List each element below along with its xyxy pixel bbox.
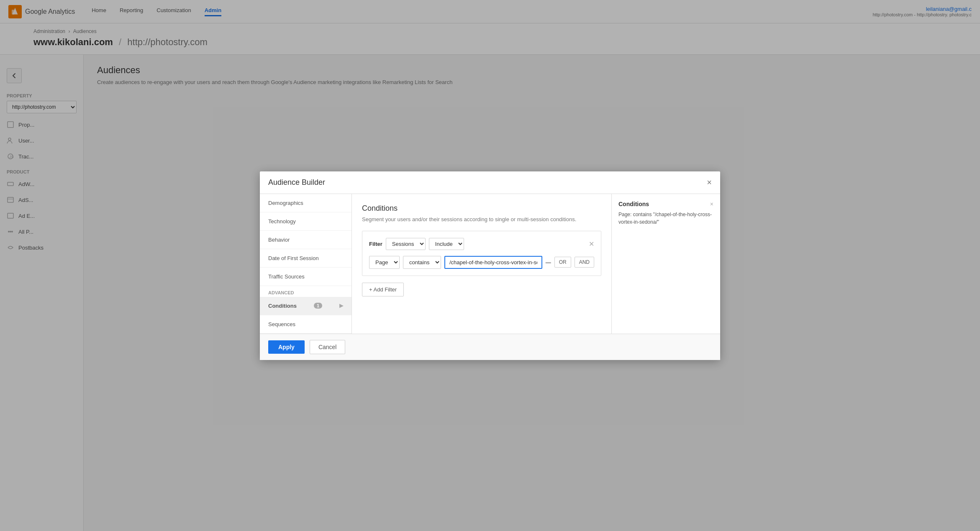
conditions-badge: 1 [314,303,322,309]
modal-nav-conditions[interactable]: Conditions 1 ▶ [260,297,351,315]
modal-nav-traffic-label: Traffic Sources [268,273,305,280]
modal-footer: Apply Cancel [260,334,720,360]
modal-header: Audience Builder × [260,171,720,194]
modal-nav-technology[interactable]: Technology [260,212,351,231]
modal-nav-demographics[interactable]: Demographics [260,194,351,212]
filter-box: Filter Sessions Include ✕ Page [362,231,601,276]
modal-main-content: Conditions Segment your users and/or the… [352,194,611,334]
conditions-title: Conditions [362,204,601,213]
modal-title: Audience Builder [268,178,325,187]
right-panel-description: Page: contains "/chapel-of-the-holy-cros… [618,211,713,226]
contains-dropdown[interactable]: contains [403,256,441,269]
modal-nav-date-label: Date of First Session [268,255,319,261]
modal-nav-sequences-label: Sequences [268,321,295,327]
session-select[interactable]: Sessions [386,238,426,250]
audience-builder-modal: Audience Builder × Demographics Technolo… [260,171,720,360]
modal-overlay: Audience Builder × Demographics Technolo… [0,0,980,531]
filter-dash: — [546,259,551,266]
apply-button[interactable]: Apply [268,340,305,354]
filter-top-row: Filter Sessions Include ✕ [369,238,594,250]
modal-nav-conditions-label: Conditions [268,303,297,309]
add-filter-button[interactable]: + Add Filter [362,283,404,296]
modal-right-panel: Conditions × Page: contains "/chapel-of-… [611,194,720,334]
or-button[interactable]: OR [554,257,571,268]
modal-nav-advanced-label: Advanced [260,286,351,297]
conditions-desc: Segment your users and/or their sessions… [362,216,601,222]
right-panel-title-text: Conditions [618,201,649,207]
right-panel-title: Conditions × [618,201,713,207]
modal-close-button[interactable]: × [707,178,712,186]
modal-nav: Demographics Technology Behavior Date of… [260,194,352,334]
filter-close-button[interactable]: ✕ [589,240,594,248]
filter-label: Filter [369,241,382,247]
page-dropdown[interactable]: Page [369,256,400,269]
and-button[interactable]: AND [575,257,594,268]
modal-nav-date-of-first-session[interactable]: Date of First Session [260,249,351,268]
modal-nav-sequences[interactable]: Sequences [260,315,351,334]
modal-nav-technology-label: Technology [268,218,296,225]
modal-nav-demographics-label: Demographics [268,200,303,206]
filter-value-input[interactable] [444,256,542,269]
modal-nav-behavior-label: Behavior [268,237,290,243]
conditions-chevron-icon: ▶ [339,303,343,309]
cancel-button[interactable]: Cancel [310,340,346,354]
right-panel-close-button[interactable]: × [710,201,713,207]
include-select[interactable]: Include [429,238,464,250]
modal-nav-behavior[interactable]: Behavior [260,231,351,249]
modal-body: Demographics Technology Behavior Date of… [260,194,720,334]
modal-nav-traffic-sources[interactable]: Traffic Sources [260,268,351,286]
filter-row: Page contains — OR AND [369,256,594,269]
